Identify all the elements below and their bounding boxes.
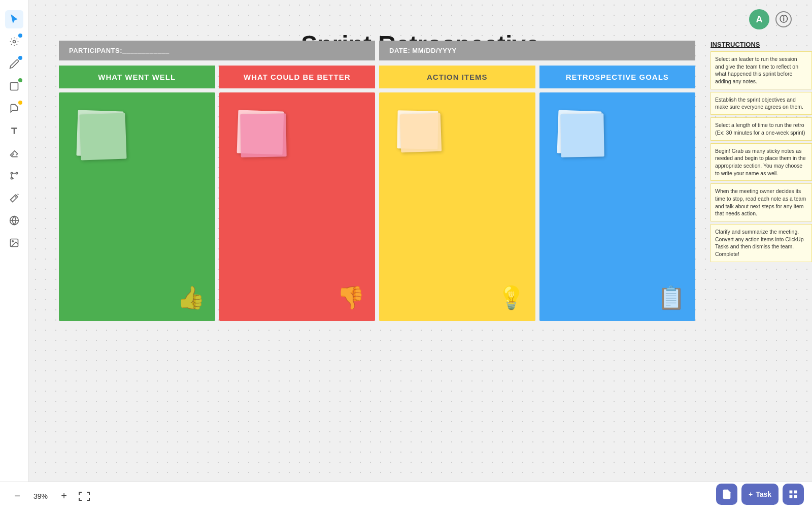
thumbs-up-icon: 👍: [177, 284, 205, 311]
magic-wand-tool[interactable]: [5, 189, 23, 207]
board-container: PARTICIPANTS:____________ DATE: MM/DD/YY…: [59, 41, 695, 321]
instructions-panel: INSTRUCTIONS Select an leader to run the…: [710, 41, 812, 265]
zoom-in-button[interactable]: +: [57, 489, 71, 503]
instruction-step-6: Clarify and summarize the meeting. Conve…: [710, 224, 812, 262]
column-header-went-well: WHAT WENT WELL: [59, 66, 215, 88]
cursor-tool[interactable]: [5, 10, 23, 28]
sticky-note-tool[interactable]: [5, 100, 23, 118]
lightbulb-icon: 💡: [497, 284, 525, 311]
svg-point-0: [13, 41, 15, 43]
instruction-step-5: When the meeting owner decides its time …: [710, 183, 812, 221]
instruction-step-2: Establish the sprint objectives and make…: [710, 92, 812, 115]
zoom-fit-button[interactable]: [77, 489, 91, 503]
svg-point-4: [11, 177, 12, 179]
svg-rect-1: [10, 83, 18, 90]
eraser-tool[interactable]: [5, 144, 23, 163]
thumbs-down-icon: 👎: [337, 284, 365, 311]
task-button[interactable]: + Task: [741, 484, 779, 505]
connect-tool[interactable]: [5, 167, 23, 185]
svg-point-2: [11, 172, 12, 174]
zoom-level: 39%: [30, 492, 51, 500]
bottom-right-buttons: + Task: [716, 484, 804, 505]
sticky-note-peach-front[interactable]: [400, 113, 442, 153]
text-tool[interactable]: [5, 122, 23, 140]
instruction-step-3: Select a length of time to run the retro…: [710, 117, 812, 140]
zoom-out-button[interactable]: −: [10, 489, 24, 503]
column-went-well[interactable]: 👍: [59, 92, 215, 321]
clipboard-icon: 📋: [657, 284, 685, 311]
doc-button[interactable]: [716, 484, 737, 505]
columns-body: 👍 👎 💡: [59, 92, 695, 321]
svg-point-8: [12, 241, 13, 242]
task-plus-icon: +: [749, 490, 753, 498]
svg-rect-9: [790, 491, 793, 494]
sticky-note-pink-front[interactable]: [240, 113, 286, 157]
column-header-action-items: ACTION ITEMS: [379, 66, 535, 88]
column-could-better[interactable]: 👎: [219, 92, 376, 321]
sticky-note-green-front[interactable]: [79, 113, 126, 160]
column-action-items[interactable]: 💡: [379, 92, 535, 321]
participants-field[interactable]: PARTICIPANTS:____________: [59, 41, 375, 60]
instructions-title: INSTRUCTIONS: [710, 41, 812, 48]
column-header-retro-goals: RETROSPECTIVE GOALS: [539, 66, 696, 88]
instruction-step-4: Begin! Grab as many sticky notes as need…: [710, 143, 812, 181]
instruction-step-1: Select an leader to run the session and …: [710, 51, 812, 89]
svg-rect-12: [794, 495, 797, 498]
sticky-note-blue-front[interactable]: [560, 113, 604, 157]
columns-header-row: WHAT WENT WELL WHAT COULD BE BETTER ACTI…: [59, 66, 695, 88]
pen-tool[interactable]: [5, 55, 23, 73]
svg-point-3: [16, 172, 17, 174]
grid-button[interactable]: [783, 484, 804, 505]
task-label: Task: [756, 490, 771, 498]
meta-row: PARTICIPANTS:____________ DATE: MM/DD/YY…: [59, 41, 695, 60]
date-field[interactable]: DATE: MM/DD/YYYY: [379, 41, 695, 60]
bottom-bar: − 39% +: [0, 482, 812, 510]
image-tool[interactable]: [5, 234, 23, 252]
column-header-could-better: WHAT COULD BE BETTER: [219, 66, 376, 88]
shape-tool[interactable]: [5, 77, 23, 95]
left-sidebar: [0, 0, 28, 510]
svg-rect-11: [790, 495, 793, 498]
magic-tool[interactable]: [5, 33, 23, 51]
svg-rect-10: [794, 491, 797, 494]
globe-tool[interactable]: [5, 211, 23, 230]
column-retro-goals[interactable]: 📋: [539, 92, 696, 321]
